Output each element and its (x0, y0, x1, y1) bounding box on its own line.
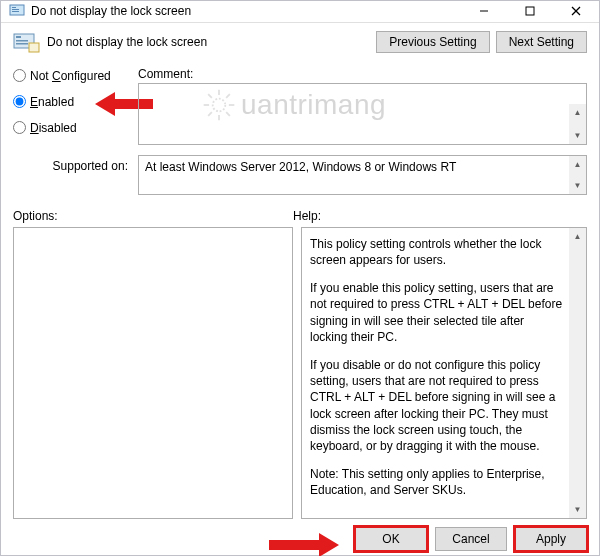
svg-rect-18 (16, 36, 21, 38)
svg-rect-20 (16, 43, 28, 45)
scroll-down-icon: ▼ (569, 127, 586, 144)
svg-marker-23 (269, 533, 339, 556)
comment-scrollbar[interactable]: ▲ ▼ (569, 104, 586, 144)
policy-window: Do not display the lock screen (0, 0, 600, 556)
radio-not-configured-input[interactable] (13, 69, 26, 82)
minimize-icon (479, 6, 489, 16)
svg-rect-19 (16, 40, 28, 42)
comment-block: Comment: ▲ ▼ (138, 67, 587, 145)
svg-rect-3 (12, 11, 19, 12)
radio-disabled-label: Disabled (30, 121, 77, 135)
previous-setting-label: Previous Setting (389, 35, 476, 49)
panes: This policy setting controls whether the… (13, 227, 587, 520)
policy-title: Do not display the lock screen (47, 35, 376, 49)
scroll-up-icon: ▲ (569, 104, 586, 121)
policy-header-icon (13, 31, 41, 53)
options-label: Options: (13, 209, 293, 223)
comment-textarea[interactable]: ▲ ▼ (138, 83, 587, 145)
supported-on-row: Supported on: At least Windows Server 20… (13, 155, 587, 195)
annotation-arrow-icon (269, 531, 339, 556)
window-title: Do not display the lock screen (31, 4, 461, 18)
cancel-label: Cancel (452, 532, 489, 546)
comment-label: Comment: (138, 67, 587, 81)
close-button[interactable] (553, 1, 599, 22)
next-setting-button[interactable]: Next Setting (496, 31, 587, 53)
svg-rect-5 (526, 7, 534, 15)
help-p1: This policy setting controls whether the… (310, 236, 564, 268)
previous-setting-button[interactable]: Previous Setting (376, 31, 489, 53)
svg-rect-1 (12, 7, 16, 8)
setting-state-row: Not Configured Enabled Disabled Comment: (13, 67, 587, 145)
minimize-button[interactable] (461, 1, 507, 22)
radio-enabled-label: Enabled (30, 95, 74, 109)
state-radios: Not Configured Enabled Disabled (13, 67, 128, 145)
radio-enabled-input[interactable] (13, 95, 26, 108)
apply-button[interactable]: Apply (515, 527, 587, 551)
next-setting-label: Next Setting (509, 35, 574, 49)
help-pane: This policy setting controls whether the… (301, 227, 587, 520)
scroll-up-icon: ▲ (569, 228, 586, 245)
radio-not-configured[interactable]: Not Configured (13, 69, 128, 83)
radio-not-configured-label: Not Configured (30, 69, 111, 83)
policy-icon (9, 3, 25, 19)
dialog-buttons: OK Cancel Apply (1, 523, 599, 555)
ok-button[interactable]: OK (355, 527, 427, 551)
help-label: Help: (293, 209, 587, 223)
svg-rect-21 (29, 43, 39, 52)
policy-header: Do not display the lock screen Previous … (13, 31, 587, 53)
help-p4: Note: This setting only applies to Enter… (310, 466, 564, 498)
supported-on-box: At least Windows Server 2012, Windows 8 … (138, 155, 587, 195)
supported-on-label: Supported on: (13, 155, 128, 173)
ok-label: OK (382, 532, 399, 546)
radio-disabled[interactable]: Disabled (13, 121, 128, 135)
help-scrollbar[interactable]: ▲ ▼ (569, 228, 586, 519)
pane-labels: Options: Help: (13, 209, 587, 223)
supported-on-text: At least Windows Server 2012, Windows 8 … (145, 160, 456, 174)
radio-disabled-input[interactable] (13, 121, 26, 134)
maximize-icon (525, 6, 535, 16)
maximize-button[interactable] (507, 1, 553, 22)
options-pane (13, 227, 293, 520)
content-area: uantrimang Do not display the lock scree… (1, 23, 599, 524)
supported-scrollbar[interactable]: ▲ ▼ (569, 156, 586, 194)
cancel-button[interactable]: Cancel (435, 527, 507, 551)
help-p3: If you disable or do not configure this … (310, 357, 564, 454)
radio-enabled[interactable]: Enabled (13, 95, 128, 109)
scroll-up-icon: ▲ (569, 156, 586, 173)
nav-buttons: Previous Setting Next Setting (376, 31, 587, 53)
scroll-down-icon: ▼ (569, 501, 586, 518)
titlebar: Do not display the lock screen (1, 1, 599, 23)
apply-label: Apply (536, 532, 566, 546)
close-icon (571, 6, 581, 16)
svg-rect-2 (12, 9, 19, 10)
help-p2: If you enable this policy setting, users… (310, 280, 564, 345)
window-controls (461, 1, 599, 22)
scroll-down-icon: ▼ (569, 177, 586, 194)
